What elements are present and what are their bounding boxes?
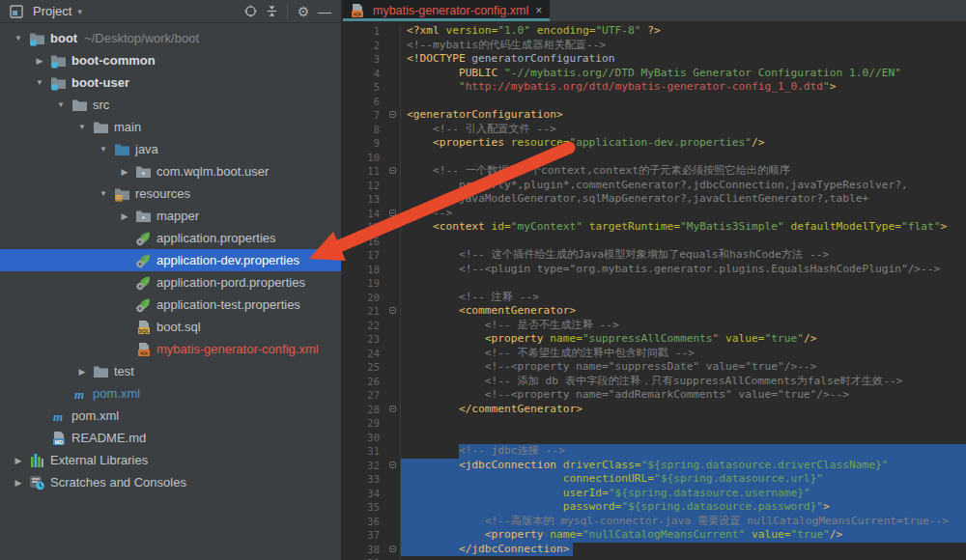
fold-marker-icon[interactable] — [389, 462, 396, 468]
line-number[interactable]: 38 — [343, 543, 387, 557]
tree-item-application-pord-properties[interactable]: application-pord.properties — [0, 271, 341, 294]
line-number[interactable]: 6 — [343, 95, 387, 109]
line-number[interactable]: 27 — [343, 388, 387, 403]
code-content: <!-- 一个数据库一个context,context的子元素必须按照它给出的顺… — [401, 164, 966, 179]
line-number[interactable]: 10 — [343, 151, 387, 165]
line-number[interactable]: 4 — [343, 67, 387, 81]
tree-item-pom-xml[interactable]: mpom.xml — [0, 382, 341, 405]
fold-marker-icon[interactable] — [389, 406, 396, 412]
line-number[interactable]: 28 — [343, 403, 387, 417]
line-number[interactable]: 17 — [343, 248, 387, 263]
line-number[interactable]: 21 — [343, 304, 387, 319]
line-number[interactable]: 20 — [343, 291, 387, 305]
line-number[interactable]: 7 — [343, 108, 387, 123]
line-number[interactable]: 39 — [343, 556, 387, 560]
expander-closed-icon[interactable]: ▶ — [29, 56, 50, 66]
line-number[interactable]: 31 — [343, 444, 387, 459]
line-number[interactable]: 13 — [343, 192, 387, 207]
collapse-all-icon[interactable] — [261, 3, 282, 20]
line-number[interactable]: 37 — [343, 528, 387, 543]
code-text: javaModelGenerator,sqlMapGenerator?,java… — [407, 192, 868, 205]
expander-closed-icon[interactable]: ▶ — [8, 478, 29, 488]
line-number[interactable]: 36 — [343, 515, 387, 529]
code-text: <!--<property name="suppressDate" value=… — [407, 360, 816, 373]
line-number[interactable]: 25 — [343, 360, 387, 375]
code-line: 14 --> — [343, 207, 966, 221]
line-number[interactable]: 16 — [343, 235, 387, 249]
code-content: <!-- 这个插件给生成的Java模型对象增加了equals和hashCode方… — [401, 248, 966, 263]
tree-item-boot-sql[interactable]: SQLboot.sql — [0, 316, 341, 338]
tree-item-readme-md[interactable]: MDREADME.md — [0, 427, 341, 449]
fold-marker-icon[interactable] — [389, 210, 396, 216]
line-number[interactable]: 30 — [343, 431, 387, 445]
fold-column — [387, 388, 401, 403]
expander-open-icon[interactable]: ▼ — [93, 145, 114, 154]
tree-item-application-test-properties[interactable]: application-test.properties — [0, 294, 341, 316]
line-number[interactable]: 19 — [343, 276, 387, 291]
tab-mybatis-generator-config[interactable]: <> mybatis-generator-config.xml × — [343, 0, 550, 21]
project-view-title[interactable]: Project — [33, 4, 71, 18]
settings-icon[interactable]: ⚙ — [293, 3, 314, 20]
line-number[interactable]: 34 — [343, 487, 387, 501]
close-icon[interactable]: × — [535, 4, 542, 17]
tree-item-scratches-and-consoles[interactable]: ▶Scratches and Consoles — [0, 471, 341, 493]
expander-closed-icon[interactable]: ▶ — [114, 167, 135, 177]
locate-icon[interactable] — [240, 3, 261, 20]
line-number[interactable]: 14 — [343, 207, 387, 221]
code-text: <!-- 一个数据库一个context,context的子元素必须按照它给出的顺… — [407, 164, 790, 177]
expander-closed-icon[interactable]: ▶ — [71, 367, 93, 377]
tree-item-src[interactable]: ▼src — [0, 94, 341, 116]
tree-item-java[interactable]: ▼java — [0, 138, 341, 160]
tree-item-application-properties[interactable]: application.properties — [0, 227, 341, 249]
fold-column — [387, 304, 401, 319]
tree-item-boot[interactable]: ▼boot~/Desktop/work/boot — [0, 27, 341, 49]
tree-item-test[interactable]: ▶test — [0, 360, 341, 382]
fold-marker-icon[interactable] — [389, 167, 396, 174]
fold-marker-icon[interactable] — [389, 307, 396, 314]
fold-marker-icon[interactable] — [389, 546, 396, 552]
tree-item-com-wqlm-boot-user[interactable]: ▶com.wqlm.boot.user — [0, 160, 341, 182]
expander-open-icon[interactable]: ▼ — [71, 123, 93, 131]
tree-item-mapper[interactable]: ▶mapper — [0, 205, 341, 227]
line-number[interactable]: 12 — [343, 179, 387, 193]
tree-item-external-libraries[interactable]: ▶External Libraries — [0, 449, 341, 471]
line-number[interactable]: 18 — [343, 263, 387, 277]
expander-open-icon[interactable]: ▼ — [8, 34, 29, 42]
line-number[interactable]: 3 — [343, 52, 387, 67]
expander-open-icon[interactable]: ▼ — [29, 78, 50, 87]
chevron-down-icon[interactable]: ▾ — [77, 7, 82, 16]
expander-closed-icon[interactable]: ▶ — [114, 211, 135, 221]
code-line: 36 <!--高版本的 mysql-connector-java 需要设置 nu… — [343, 515, 966, 529]
tree-item-mybatis-generator-config-xml[interactable]: <>mybatis-generator-config.xml — [0, 338, 341, 360]
line-number[interactable]: 2 — [343, 39, 387, 53]
line-number[interactable]: 32 — [343, 459, 387, 473]
line-number[interactable]: 23 — [343, 332, 387, 347]
fold-marker-icon[interactable] — [389, 111, 396, 118]
tree-item-resources[interactable]: ▼resources — [0, 182, 341, 205]
line-number[interactable]: 8 — [343, 123, 387, 137]
line-number[interactable]: 11 — [343, 164, 387, 179]
line-number[interactable]: 1 — [343, 24, 387, 39]
line-number[interactable]: 22 — [343, 319, 387, 333]
line-number[interactable]: 15 — [343, 220, 387, 235]
line-number[interactable]: 5 — [343, 80, 387, 95]
hide-panel-icon[interactable]: — — [314, 3, 335, 20]
tree-item-boot-common[interactable]: ▶boot-common — [0, 49, 341, 71]
expander-closed-icon[interactable]: ▶ — [8, 456, 29, 465]
expander-open-icon[interactable]: ▼ — [93, 189, 114, 198]
expander-open-icon[interactable]: ▼ — [50, 100, 71, 109]
line-number[interactable]: 26 — [343, 375, 387, 389]
code-line: 19 — [343, 276, 966, 291]
line-number[interactable]: 35 — [343, 500, 387, 515]
line-number[interactable]: 9 — [343, 136, 387, 151]
line-number[interactable]: 29 — [343, 416, 387, 431]
tree-item-pom-xml[interactable]: mpom.xml — [0, 405, 341, 427]
tree-item-main[interactable]: ▼main — [0, 116, 341, 138]
code-line: 3<!DOCTYPE generatorConfiguration — [343, 52, 966, 67]
code-area[interactable]: 1<?xml version="1.0" encoding="UTF-8" ?>… — [343, 21, 966, 560]
tree-item-boot-user[interactable]: ▼boot-user — [0, 71, 341, 94]
line-number[interactable]: 33 — [343, 472, 387, 487]
tree-item-label: boot.sql — [156, 320, 201, 334]
tree-item-application-dev-properties[interactable]: application-dev.properties — [0, 249, 341, 271]
line-number[interactable]: 24 — [343, 347, 387, 361]
